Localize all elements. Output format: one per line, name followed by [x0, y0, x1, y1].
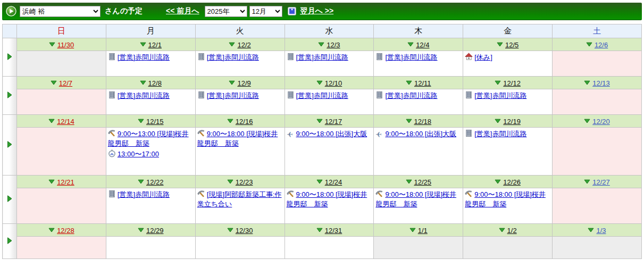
date-menu-icon[interactable]	[140, 39, 146, 49]
date-menu-icon[interactable]	[409, 225, 416, 235]
date-link[interactable]: 12/2	[237, 41, 250, 49]
date-menu-icon[interactable]	[406, 177, 412, 186]
date-menu-icon[interactable]	[584, 177, 590, 186]
date-menu-icon[interactable]	[48, 116, 55, 126]
date-menu-icon[interactable]	[316, 177, 323, 186]
date-menu-icon[interactable]	[584, 78, 590, 87]
date-link[interactable]: 12/24	[325, 178, 342, 186]
date-link[interactable]: 12/26	[503, 178, 521, 186]
event-link[interactable]: 13:00〜17:00	[118, 150, 159, 158]
week-expand-arrow[interactable]	[7, 91, 12, 101]
date-link[interactable]: 11/30	[57, 41, 74, 49]
date-link[interactable]: 12/3	[327, 41, 340, 49]
event-link[interactable]: [営業]赤間川流路	[474, 91, 526, 99]
event-link[interactable]: [営業]赤間川流路	[118, 91, 170, 99]
event-link[interactable]: [営業]赤間川流路	[474, 130, 526, 138]
event-link[interactable]: 9:00〜13:00 [現場]桜井龍男邸 新築	[108, 130, 189, 147]
date-link[interactable]: 1/2	[507, 227, 517, 235]
event-link[interactable]: 9:00〜18:00 [現場]桜井龍男邸 新築	[465, 190, 546, 208]
date-link[interactable]: 12/21	[57, 178, 74, 186]
date-link[interactable]: 12/9	[237, 79, 250, 87]
date-link[interactable]: 12/18	[414, 118, 432, 126]
date-menu-icon[interactable]	[406, 116, 412, 126]
date-menu-icon[interactable]	[51, 78, 57, 87]
event-link[interactable]: [営業]赤間川流路	[296, 91, 348, 99]
date-menu-icon[interactable]	[138, 116, 144, 126]
date-menu-icon[interactable]	[140, 78, 146, 87]
date-menu-icon[interactable]	[138, 177, 144, 186]
date-link[interactable]: 12/30	[236, 227, 253, 235]
date-link[interactable]: 12/29	[146, 227, 164, 235]
week-expand-arrow[interactable]	[7, 140, 12, 150]
date-menu-icon[interactable]	[316, 78, 323, 87]
date-menu-icon[interactable]	[316, 225, 323, 235]
date-menu-icon[interactable]	[495, 116, 501, 126]
date-menu-icon[interactable]	[48, 225, 55, 235]
date-menu-icon[interactable]	[316, 116, 323, 126]
date-menu-icon[interactable]	[495, 177, 501, 186]
date-menu-icon[interactable]	[48, 177, 55, 186]
date-menu-icon[interactable]	[584, 116, 590, 126]
date-link[interactable]: 12/19	[503, 118, 521, 126]
date-link[interactable]: 12/25	[414, 178, 432, 186]
expand-orb-icon[interactable]	[6, 6, 16, 16]
date-menu-icon[interactable]	[499, 225, 505, 235]
date-link[interactable]: 12/15	[146, 118, 164, 126]
date-link[interactable]: 1/1	[418, 227, 428, 235]
date-link[interactable]: 12/14	[57, 118, 74, 126]
date-menu-icon[interactable]	[227, 116, 233, 126]
date-link[interactable]: 12/5	[505, 41, 518, 49]
event-link[interactable]: 9:00〜18:00 [現場]桜井龍男邸 新築	[375, 190, 456, 208]
event-link[interactable]: 9:00〜18:00 [出張]大阪	[296, 130, 367, 138]
week-expand-arrow[interactable]	[7, 53, 12, 62]
date-menu-icon[interactable]	[318, 39, 324, 49]
date-link[interactable]: 12/8	[148, 79, 162, 87]
date-menu-icon[interactable]	[138, 225, 144, 235]
date-link[interactable]: 12/22	[146, 178, 164, 186]
date-link[interactable]: 12/17	[325, 118, 342, 126]
event-link[interactable]: 9:00〜18:00 [現場]桜井龍男邸 新築	[287, 190, 367, 208]
date-link[interactable]: 12/23	[236, 178, 253, 186]
date-menu-icon[interactable]	[495, 78, 501, 87]
calendar-icon[interactable]	[288, 7, 296, 15]
date-link[interactable]: 12/6	[595, 41, 608, 49]
event-link[interactable]: 9:00〜18:00 [出張]大阪	[385, 130, 456, 138]
date-menu-icon[interactable]	[588, 225, 594, 235]
date-menu-icon[interactable]	[586, 39, 592, 49]
date-link[interactable]: 12/13	[592, 79, 610, 87]
event-link[interactable]: [営業]赤間川流路	[296, 53, 348, 61]
month-select[interactable]: 12月	[249, 6, 282, 17]
date-link[interactable]: 12/28	[57, 227, 74, 235]
event-link[interactable]: [営業]赤間川流路	[385, 53, 437, 61]
member-select[interactable]: 浜崎 裕	[20, 6, 101, 17]
event-link[interactable]: [休み]	[474, 53, 492, 61]
date-link[interactable]: 12/10	[325, 79, 342, 87]
next-month-link[interactable]: 翌月へ >>	[300, 6, 334, 16]
date-link[interactable]: 1/3	[596, 227, 606, 235]
event-link[interactable]: [営業]赤間川流路	[207, 91, 259, 99]
date-menu-icon[interactable]	[229, 78, 235, 87]
year-select[interactable]: 2025年	[205, 6, 247, 17]
date-menu-icon[interactable]	[407, 39, 414, 49]
week-expand-arrow[interactable]	[7, 195, 12, 204]
event-link[interactable]: [営業]赤間川流路	[118, 190, 170, 198]
date-menu-icon[interactable]	[227, 177, 233, 186]
event-link[interactable]: 9:00〜18:00 [現場]桜井龍男邸 新築	[197, 130, 278, 147]
date-link[interactable]: 12/12	[503, 79, 521, 87]
event-link[interactable]: [現場]阿部邸新築工事:作業立ち合い	[197, 190, 282, 208]
date-menu-icon[interactable]	[227, 225, 233, 235]
date-link[interactable]: 12/31	[325, 227, 342, 235]
date-link[interactable]: 12/16	[236, 118, 253, 126]
date-menu-icon[interactable]	[406, 78, 412, 87]
date-menu-icon[interactable]	[229, 39, 235, 49]
date-link[interactable]: 12/7	[59, 79, 72, 87]
date-link[interactable]: 12/4	[416, 41, 429, 49]
event-link[interactable]: [営業]赤間川流路	[118, 53, 170, 61]
prev-month-link[interactable]: << 前月へ	[166, 6, 199, 16]
date-link[interactable]: 12/20	[592, 118, 610, 126]
event-link[interactable]: [営業]赤間川流路	[385, 91, 437, 99]
event-link[interactable]: [営業]赤間川流路	[207, 53, 259, 61]
date-link[interactable]: 12/11	[414, 79, 431, 87]
week-expand-arrow[interactable]	[7, 237, 12, 246]
date-link[interactable]: 12/1	[148, 41, 162, 49]
